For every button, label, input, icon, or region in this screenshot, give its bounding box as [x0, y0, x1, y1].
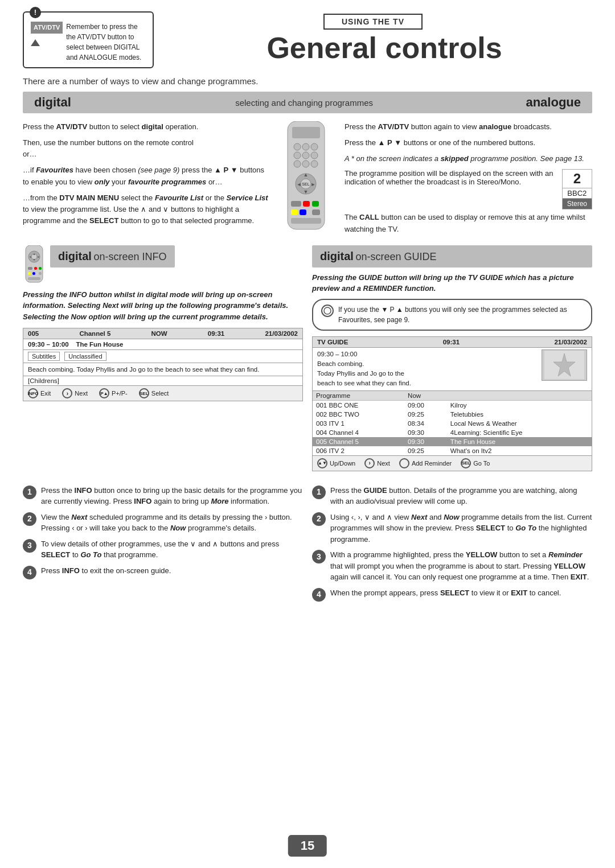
info-button-icon: INFO — [28, 388, 38, 398]
gsb-col-prog-name — [447, 391, 592, 401]
isb-ch-name: Channel 5 — [79, 330, 110, 337]
step-row: 3 With a programme highlighted, press th… — [312, 549, 592, 583]
atv-reminder-text: Remember to press the the ATV/DTV button… — [66, 22, 146, 63]
gsb-table-row: 006 ITV 209:25What's on Itv2 — [313, 446, 592, 455]
header: ! ATV/DTV Remember to press the the ATV/… — [23, 11, 592, 68]
isb-pplusminus-label: P+/P- — [112, 390, 128, 397]
gsb-table-row: 002 BBC TWO09:25Teletubbies — [313, 410, 592, 419]
steps-left: 1 Press the INFO button once to bring up… — [23, 485, 303, 606]
svg-point-3 — [302, 143, 309, 150]
gsb-description: 09:30 – 10:00 Beach combing. Today Phyll… — [313, 348, 592, 391]
step-text: Using ‹, ›, ∨ and ∧ view Next and Now pr… — [330, 512, 592, 545]
gsb-time-range: 09:30 – 10:00 — [317, 349, 532, 359]
gsb-ctrl-updown: ▲▼ Up/Down — [317, 458, 355, 468]
svg-rect-34 — [39, 267, 42, 270]
svg-rect-1 — [292, 127, 320, 138]
gsb-cell-ch: 006 ITV 2 — [313, 446, 404, 455]
step-text: View the Next scheduled programme and it… — [41, 512, 303, 534]
gsb-desc-line3: beach to see what they can find. — [317, 379, 532, 388]
step-number: 3 — [312, 550, 326, 563]
onscreen-guide-header: digital on-screen GUIDE — [312, 245, 592, 268]
svg-rect-23 — [312, 209, 320, 215]
info-screen-box: 005 Channel 5 NOW 09:31 21/03/2002 09:30… — [23, 328, 303, 401]
note-icon — [321, 305, 334, 317]
svg-point-9 — [302, 161, 309, 167]
isb-exit-label: Exit — [40, 390, 51, 397]
gsb-desc-line2: Today Phyllis and Jo go to the — [317, 369, 532, 379]
step-row: 4 When the prompt appears, press SELECT … — [312, 587, 592, 602]
svg-rect-36 — [32, 272, 35, 275]
bbc-display: 2 BBC2 Stereo — [562, 169, 592, 209]
info-header-digital: digital — [58, 250, 92, 262]
svg-text:▼: ▼ — [33, 258, 36, 261]
gsb-cell-ch: 004 Channel 4 — [313, 428, 404, 437]
bottom-steps-row: 1 Press the INFO button once to bring up… — [23, 485, 592, 606]
intro-text: There are a number of ways to view and c… — [23, 76, 592, 86]
onscreen-info-body: Pressing the INFO button whilst in digit… — [23, 289, 303, 323]
gsb-next-icon: › — [364, 458, 375, 468]
svg-text:►: ► — [38, 255, 40, 258]
svg-point-39 — [322, 305, 333, 316]
step-text: To view details of other programmes, use… — [41, 538, 303, 561]
gsb-reminder-icon — [399, 458, 409, 468]
isb-ctrl-exit: INFO Exit — [28, 388, 51, 398]
onscreen-info-header: digital on-screen INFO — [50, 245, 175, 268]
gsb-cell-time: 09:25 — [404, 446, 447, 455]
step-row: 4 Press INFO to exit the on-screen guide… — [23, 565, 303, 579]
gsb-cell-ch: 002 BBC TWO — [313, 410, 404, 419]
gsb-col-now: Now — [404, 391, 447, 401]
gsb-cell-prog: What's on Itv2 — [447, 446, 592, 455]
right-p3: A * on the screen indicates a skipped pr… — [345, 153, 592, 164]
svg-text:◄: ◄ — [297, 182, 302, 187]
gsb-table-body: 001 BBC ONE09:00Kilroy002 BBC TWO09:25Te… — [313, 400, 592, 455]
left-p4: …from the DTV MAIN MENU select the Favou… — [23, 192, 270, 227]
gsb-date: 21/03/2002 — [554, 339, 587, 345]
svg-rect-20 — [312, 201, 319, 207]
gsb-cell-prog: Local News & Weather — [447, 419, 592, 428]
svg-point-4 — [311, 143, 318, 150]
svg-point-2 — [294, 143, 301, 150]
gsb-cell-ch: 003 ITV 1 — [313, 419, 404, 428]
step-number: 1 — [312, 486, 326, 499]
guide-header-label: on-screen GUIDE — [356, 251, 437, 262]
gsb-cell-prog: Kilroy — [447, 400, 592, 410]
onscreen-info-section: ▲ ▼ ◄ ► digital — [23, 245, 303, 477]
gsb-header-row: TV GUIDE 09:31 21/03/2002 — [313, 337, 592, 348]
svg-text:►: ► — [311, 182, 316, 187]
svg-text:▲: ▲ — [304, 172, 309, 178]
right-p1: Press the ATV/DTV button again to view a… — [345, 121, 592, 133]
isb-select-label: Select — [151, 390, 169, 397]
step-text: Press the INFO button once to bring up t… — [41, 485, 303, 507]
exclamation-icon: ! — [30, 7, 41, 18]
gsb-cell-time: 08:34 — [404, 419, 447, 428]
bbc-label: BBC2 — [563, 188, 592, 199]
isb-time: 09:31 — [208, 330, 224, 337]
isb-category: [Childrens] — [23, 376, 302, 386]
section-label: USING THE TV — [323, 14, 423, 30]
gsb-cell-time: 09:25 — [404, 410, 447, 419]
gsb-col-programme: Programme — [313, 391, 404, 401]
onscreen-guide-section: digital on-screen GUIDE Pressing the GUI… — [312, 245, 592, 477]
gsb-cell-prog: Teletubbies — [447, 410, 592, 419]
right-p2: Press the ▲ P ▼ buttons or one of the nu… — [345, 137, 592, 149]
step-number: 4 — [23, 566, 36, 579]
gsb-desc-text: 09:30 – 10:00 Beach combing. Today Phyll… — [317, 349, 532, 389]
svg-rect-22 — [300, 209, 306, 215]
gsb-cell-prog: 4Learning: Scientific Eye — [447, 428, 592, 437]
isb-badge-subtitles: Subtitles — [28, 352, 60, 361]
isb-ctrl-pplusminus: P▲ P+/P- — [99, 388, 128, 398]
isb-description: Beach combing. Today Phyllis and Jo go t… — [23, 363, 302, 376]
gsb-title: TV GUIDE — [317, 339, 348, 345]
gsb-controls: ▲▼ Up/Down › Next Add Reminder SEL Go To — [313, 455, 592, 471]
gsb-cell-ch: 005 Channel 5 — [313, 437, 404, 446]
step-row: 3 To view details of other programmes, u… — [23, 538, 303, 561]
left-p2: Then, use the number buttons on the remo… — [23, 137, 270, 160]
step-row: 2 Using ‹, ›, ∨ and ∧ view Next and Now … — [312, 512, 592, 545]
isb-ctrl-select: SEL Select — [139, 388, 169, 398]
info-header-label: on-screen INFO — [94, 251, 167, 262]
onscreen-row: ▲ ▼ ◄ ► digital — [23, 245, 592, 477]
isb-controls: INFO Exit › Next P▲ P+/P- SEL Select — [23, 386, 302, 401]
gsb-cell-time: 09:00 — [404, 400, 447, 410]
gsb-table-row: 003 ITV 108:34Local News & Weather — [313, 419, 592, 428]
remote-image-area: ▲ ▼ ◄ ► SEL — [282, 121, 333, 240]
